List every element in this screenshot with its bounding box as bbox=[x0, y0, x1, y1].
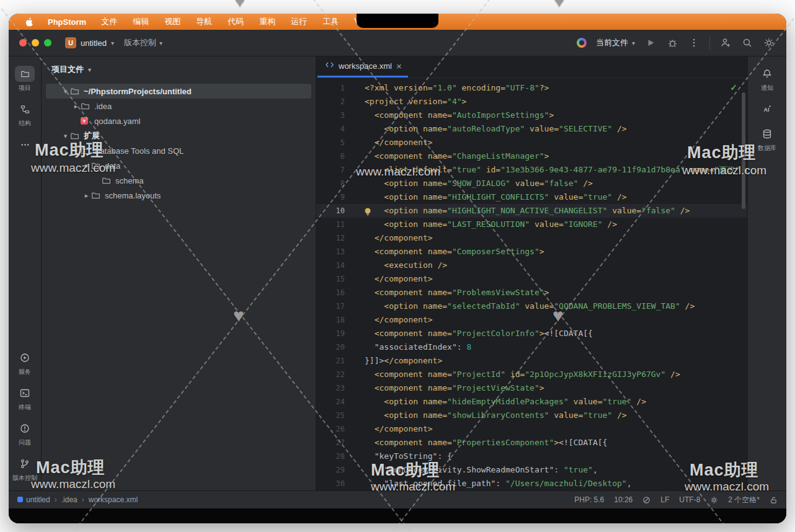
search-everywhere-button[interactable] bbox=[741, 37, 753, 49]
tool-window-button-ai[interactable]: AI bbox=[748, 97, 786, 122]
code-line-22[interactable]: 22 <component name="ProjectId" id="2p1Op… bbox=[316, 368, 747, 381]
code-line-13[interactable]: 13 <component name="ComposerSettings"> bbox=[316, 245, 747, 259]
code-line-28[interactable]: 28 "keyToString": { bbox=[316, 450, 747, 463]
tool-window-button-终端[interactable]: 终端 bbox=[9, 381, 41, 416]
chevron-right-icon[interactable]: ▸ bbox=[82, 192, 91, 200]
code-line-1[interactable]: 1<?xml version="1.0" encoding="UTF-8"?> bbox=[316, 81, 747, 95]
line-ending-widget[interactable]: LF bbox=[660, 495, 669, 504]
tool-window-button-项目[interactable]: 项目 bbox=[9, 61, 41, 97]
tool-window-button-more[interactable] bbox=[9, 132, 41, 157]
tool-window-button-服务[interactable]: 服务 bbox=[9, 345, 41, 381]
run-configuration-widget[interactable]: 当前文件 ▾ bbox=[596, 37, 635, 48]
menu-item-运行[interactable]: 运行 bbox=[291, 16, 307, 27]
tree-item-扩展[interactable]: ▾扩展 bbox=[46, 128, 311, 143]
code-line-17[interactable]: 17 <option name="selectedTabId" value="Q… bbox=[316, 299, 747, 313]
code-line-25[interactable]: 25 <option name="showLibraryContents" va… bbox=[316, 409, 747, 422]
tool-window-button-结构[interactable]: 结构 bbox=[9, 97, 41, 132]
code-line-23[interactable]: 23 <component name="ProjectViewState"> bbox=[316, 381, 747, 395]
inspections-ok-icon[interactable]: ✓ bbox=[730, 82, 737, 92]
menu-item-工具[interactable]: 工具 bbox=[322, 16, 339, 27]
minimize-window-button[interactable] bbox=[32, 39, 39, 47]
encoding-widget[interactable]: UTF-8 bbox=[679, 495, 700, 504]
vcs-widget[interactable]: 版本控制 ▾ bbox=[124, 37, 162, 48]
menu-item-视图[interactable]: 视图 bbox=[164, 16, 180, 27]
run-button[interactable] bbox=[644, 37, 657, 49]
project-widget[interactable]: U untitled ▾ bbox=[65, 37, 114, 48]
tool-window-button-问题[interactable]: 问题 bbox=[9, 416, 41, 451]
apple-menu-icon[interactable] bbox=[25, 17, 33, 27]
code-line-3[interactable]: 3 <component name="AutoImportSettings"> bbox=[316, 109, 747, 122]
code-line-21[interactable]: 21}]]></component> bbox=[316, 354, 747, 368]
column-selection-icon[interactable] bbox=[642, 496, 651, 504]
tree-item-Database Tools and SQL[interactable]: ▾Database Tools and SQL bbox=[46, 143, 311, 158]
chevron-down-icon[interactable]: ▾ bbox=[82, 162, 91, 170]
menu-item-编辑[interactable]: 编辑 bbox=[133, 16, 149, 27]
code-line-12[interactable]: 12 </component> bbox=[316, 231, 747, 245]
chevron-down-icon[interactable]: ▾ bbox=[71, 147, 81, 155]
code-line-10[interactable]: 10 <option name="HIGHLIGHT_NON_ACTIVE_CH… bbox=[316, 204, 747, 218]
chevron-down-icon[interactable]: ▾ bbox=[61, 87, 70, 95]
tree-item-~/PhpstormProjects/untitled[interactable]: ▾~/PhpstormProjects/untitled bbox=[46, 84, 311, 99]
code-line-4[interactable]: 4 <option name="autoReloadType" value="S… bbox=[316, 122, 747, 136]
svg-text:AI: AI bbox=[764, 107, 770, 113]
chevron-right-icon[interactable]: ▸ bbox=[71, 102, 81, 110]
editor-scrollbar[interactable] bbox=[742, 92, 745, 209]
debug-button[interactable] bbox=[666, 37, 678, 49]
code-line-9[interactable]: 9 <option name="HIGHLIGHT_CONFLICTS" val… bbox=[316, 190, 747, 204]
code-line-30[interactable]: 30 "last_opened_file_path": "/Users/macz… bbox=[316, 477, 747, 490]
code-line-19[interactable]: 19 <component name="ProjectColorInfo"><!… bbox=[316, 327, 747, 340]
breadcrumb-item-untitled[interactable]: untitled bbox=[17, 495, 50, 504]
caret-position-widget[interactable]: 10:26 bbox=[614, 495, 633, 504]
code-line-8[interactable]: 8 <option name="SHOW_DIALOG" value="fals… bbox=[316, 177, 747, 190]
chevron-down-icon[interactable]: ▾ bbox=[61, 132, 70, 140]
code-line-6[interactable]: 6 <component name="ChangeListManager"> bbox=[316, 149, 747, 163]
code-with-me-button[interactable] bbox=[719, 37, 732, 49]
line-number: 29 bbox=[316, 463, 353, 477]
tree-item-schema[interactable]: schema bbox=[46, 173, 311, 188]
code-line-2[interactable]: 2<project version="4"> bbox=[316, 95, 747, 109]
code-line-14[interactable]: 14 <execution /> bbox=[316, 259, 747, 272]
tree-item-qodana.yaml[interactable]: Yqodana.yaml bbox=[46, 113, 311, 128]
php-version-widget[interactable]: PHP: 5.6 bbox=[574, 495, 604, 504]
code-line-26[interactable]: 26 </component> bbox=[316, 422, 747, 436]
code-line-5[interactable]: 5 </component> bbox=[316, 136, 747, 149]
menu-item-代码[interactable]: 代码 bbox=[228, 16, 244, 27]
code-line-18[interactable]: 18 </component> bbox=[316, 313, 747, 327]
menu-app-name[interactable]: PhpStorm bbox=[48, 17, 86, 27]
code-line-27[interactable]: 27 <component name="PropertiesComponent"… bbox=[316, 436, 747, 450]
project-view-header[interactable]: 项目文件 ▾ bbox=[42, 56, 316, 82]
more-actions-button[interactable] bbox=[688, 37, 700, 49]
jetbrains-swirl-icon[interactable] bbox=[577, 38, 587, 48]
code-line-11[interactable]: 11 <option name="LAST_RESOLUTION" value=… bbox=[316, 218, 747, 231]
tree-item-.idea[interactable]: ▸.idea bbox=[46, 99, 311, 113]
code-line-16[interactable]: 16 <component name="ProblemsViewState"> bbox=[316, 286, 747, 299]
indent-settings-icon[interactable] bbox=[710, 496, 718, 504]
code-editor[interactable]: 1<?xml version="1.0" encoding="UTF-8"?>2… bbox=[316, 78, 747, 490]
tree-item-data[interactable]: ▾data bbox=[46, 158, 311, 173]
breadcrumb-item-.idea[interactable]: .idea bbox=[61, 495, 78, 504]
code-line-15[interactable]: 15 </component> bbox=[316, 272, 747, 286]
tree-item-label: qodana.yaml bbox=[93, 117, 140, 126]
menu-item-导航[interactable]: 导航 bbox=[196, 16, 212, 27]
indent-widget[interactable]: 2 个空格* bbox=[728, 495, 760, 505]
stage: PhpStorm 文件编辑视图导航代码重构运行工具VCS U untitled … bbox=[0, 0, 795, 532]
zoom-window-button[interactable] bbox=[44, 39, 51, 47]
close-tab-icon[interactable]: × bbox=[396, 61, 402, 71]
tree-item-schema.layouts[interactable]: ▸schema.layouts bbox=[46, 188, 311, 203]
tool-window-button-数据库[interactable]: 数据库 bbox=[748, 122, 786, 157]
code-line-24[interactable]: 24 <option name="hideEmptyMiddlePackages… bbox=[316, 395, 747, 409]
code-line-20[interactable]: 20 "associatedIndex": 8 bbox=[316, 340, 747, 354]
tool-window-button-版本控制[interactable]: 版本控制 bbox=[9, 451, 41, 487]
breadcrumb-item-workspace.xml[interactable]: workspace.xml bbox=[89, 495, 138, 504]
close-window-button[interactable] bbox=[19, 39, 27, 47]
code-line-29[interactable]: 29 "RunOnceActivity.ShowReadmeOnStart": … bbox=[316, 463, 747, 477]
code-line-7[interactable]: 7 <list default="true" id="13e3b366-9e43… bbox=[316, 163, 747, 177]
menu-item-重构[interactable]: 重构 bbox=[259, 16, 275, 27]
lock-icon[interactable] bbox=[770, 496, 778, 504]
menu-item-文件[interactable]: 文件 bbox=[101, 16, 117, 27]
project-badge: U bbox=[65, 37, 76, 48]
code-text: </component> bbox=[353, 313, 433, 327]
settings-button[interactable] bbox=[763, 37, 775, 49]
tool-window-button-通知[interactable]: 通知 bbox=[748, 61, 786, 97]
editor-tab-workspace-xml[interactable]: workspace.xml × bbox=[318, 56, 408, 78]
